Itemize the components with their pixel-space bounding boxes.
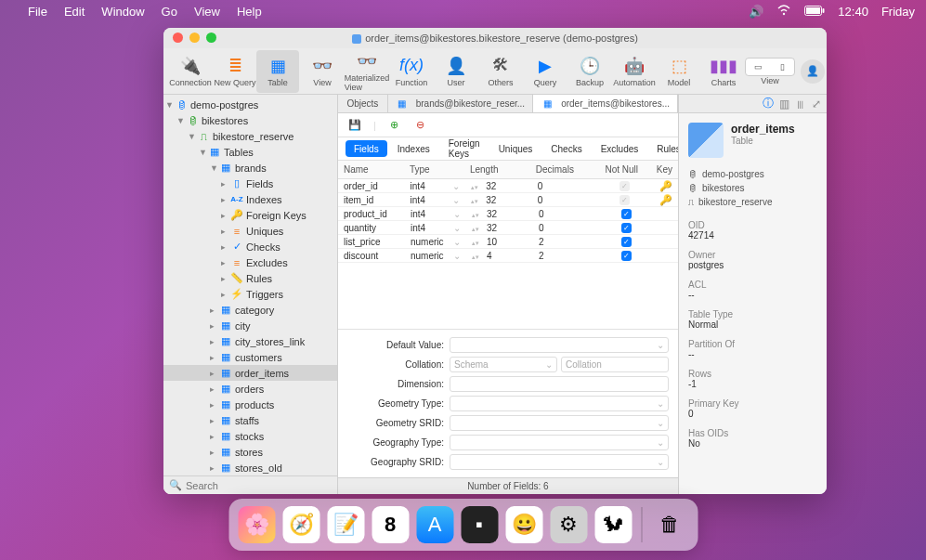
prop-collation-schema[interactable]: Schema⌄ (450, 357, 557, 372)
traffic-lights[interactable] (173, 33, 216, 43)
new-query-button[interactable]: ≣New Query (214, 50, 256, 93)
sidebar-table-customers[interactable]: ▸▦customers (163, 349, 337, 365)
tab-orderitems[interactable]: ▦order_items@bikestores... (533, 95, 678, 112)
field-row[interactable]: item_id int4⌄ ▴▾32 0 ✓ 🔑 (338, 193, 678, 207)
view-mode-toggle[interactable]: ▭ ▯ (745, 58, 795, 76)
sidebar-table-orderitems[interactable]: ▸▦order_items (163, 365, 337, 381)
sidebar-brands-foreignkeys[interactable]: ▸🔑Foreign Keys (163, 207, 337, 223)
dock-settings[interactable]: ⚙ (550, 506, 587, 543)
automation-button[interactable]: 🤖Automation (613, 50, 656, 93)
user-button[interactable]: 👤User (435, 50, 477, 93)
prop-geomtype-input[interactable]: ⌄ (450, 396, 669, 411)
inspector-link-schema[interactable]: ⎍bikestore_reserve (688, 197, 817, 207)
sidebar-brands-fields[interactable]: ▸▯Fields (163, 176, 337, 191)
sidebar-brands-indexes[interactable]: ▸A-ZIndexes (163, 191, 337, 207)
model-button[interactable]: ⬚Model (658, 50, 700, 93)
subtab-uniques[interactable]: Uniques (490, 140, 541, 157)
field-row[interactable]: quantity int4⌄ ▴▾32 0 ✓ (338, 221, 678, 235)
avatar[interactable]: 👤 (801, 59, 825, 84)
prop-dimension-input[interactable] (450, 376, 669, 392)
tab-brands[interactable]: ▦brands@bikestore_reser... (388, 95, 533, 112)
sidebar-table-stocks[interactable]: ▸▦stocks (163, 428, 337, 444)
subtab-foreignkeys[interactable]: Foreign Keys (440, 140, 489, 157)
menu-file[interactable]: File (28, 5, 47, 19)
sidebar-brands-excludes[interactable]: ▸≡Excludes (163, 254, 337, 270)
column-headers: Name Type Length Decimals Not Null Key (338, 161, 678, 179)
field-row[interactable]: product_id int4⌄ ▴▾32 0 ✓ (338, 207, 678, 221)
dock-trash[interactable]: 🗑 (651, 506, 688, 543)
subtab-indexes[interactable]: Indexes (389, 140, 438, 157)
view-detail-icon[interactable]: ▯ (770, 59, 794, 75)
inspector-link-database[interactable]: 🛢bikestores (688, 183, 817, 193)
delete-field-button[interactable]: ⊖ (413, 118, 428, 133)
sidebar-table-brands[interactable]: ▼▦brands (163, 160, 337, 176)
sidebar-table-products[interactable]: ▸▦products (163, 397, 337, 412)
dock-calendar[interactable]: 8 (372, 506, 409, 543)
matview-button[interactable]: 👓Materialized View (346, 50, 388, 93)
dock-notes[interactable]: 📝 (327, 506, 364, 543)
wifi-icon[interactable] (776, 5, 791, 19)
subtab-excludes[interactable]: Excludes (593, 140, 647, 157)
field-row[interactable]: discount numeric⌄ ▴▾4 2 ✓ (338, 249, 678, 263)
menu-view[interactable]: View (194, 5, 220, 19)
sidebar-table-category[interactable]: ▸▦category (163, 302, 337, 318)
menu-help[interactable]: Help (237, 5, 262, 19)
volume-icon[interactable]: 🔊 (749, 5, 763, 19)
dock-terminal[interactable]: ▪ (461, 506, 498, 543)
prop-collation-name[interactable]: Collation (561, 357, 669, 372)
sidebar-table-orders[interactable]: ▸▦orders (163, 381, 337, 397)
close-icon[interactable] (173, 33, 183, 43)
function-button[interactable]: f(x)Function (390, 50, 433, 93)
sidebar-connection[interactable]: ▼🛢demo-postgres (163, 97, 337, 112)
battery-icon[interactable] (804, 5, 825, 19)
dock-appstore[interactable]: А (416, 506, 453, 543)
sidebar-tables-folder[interactable]: ▼▦Tables (163, 144, 337, 160)
prop-geogtype-input[interactable]: ⌄ (450, 435, 669, 450)
charts-button[interactable]: ▮▮▮Charts (702, 50, 745, 93)
sidebar-brands-uniques[interactable]: ▸≡Uniques (163, 223, 337, 239)
query-button[interactable]: ▶Query (524, 50, 567, 93)
save-button[interactable]: 💾 (347, 118, 362, 133)
connection-button[interactable]: 🔌Connection (169, 50, 212, 93)
sidebar-schema[interactable]: ▼⎍bikestore_reserve (163, 128, 337, 144)
inspector-link-connection[interactable]: 🛢demo-postgres (688, 169, 817, 179)
zoom-icon[interactable] (206, 33, 216, 43)
inspector-info-icon[interactable]: ⓘ (763, 96, 774, 111)
dock-navicat[interactable]: 🐿 (594, 506, 632, 543)
prop-geogsrid-input[interactable]: ⌄ (450, 454, 669, 470)
sidebar-table-city[interactable]: ▸▦city (163, 318, 337, 333)
view-button[interactable]: 👓View (301, 50, 344, 93)
search-input[interactable] (182, 480, 332, 491)
menu-edit[interactable]: Edit (64, 5, 85, 19)
backup-button[interactable]: 🕒Backup (568, 50, 611, 93)
sidebar-table-staffs[interactable]: ▸▦staffs (163, 412, 337, 428)
subtab-checks[interactable]: Checks (542, 140, 590, 157)
tab-objects[interactable]: Objects (338, 95, 388, 112)
dock-photos[interactable]: 🌸 (238, 506, 275, 543)
inspector-expand-icon[interactable]: ⤢ (812, 98, 821, 111)
dock-safari[interactable]: 🧭 (282, 506, 320, 543)
table-button[interactable]: ▦Table (256, 50, 299, 93)
sidebar-brands-rules[interactable]: ▸📏Rules (163, 270, 337, 286)
inspector-ddl-icon[interactable]: ▥ (779, 98, 789, 111)
inspector-split-icon[interactable]: ⫼ (795, 98, 806, 111)
view-list-icon[interactable]: ▭ (746, 59, 770, 75)
sidebar-database[interactable]: ▼🛢bikestores (163, 112, 337, 128)
others-button[interactable]: 🛠Others (479, 50, 522, 93)
prop-geomsrid-input[interactable]: ⌄ (450, 415, 669, 431)
subtab-fields[interactable]: Fields (346, 140, 387, 157)
menu-go[interactable]: Go (162, 5, 177, 19)
field-row[interactable]: list_price numeric⌄ ▴▾10 2 ✓ (338, 235, 678, 249)
sidebar-table-storesold[interactable]: ▸▦stores_old (163, 460, 337, 475)
add-field-button[interactable]: ⊕ (387, 118, 402, 133)
inspector: ⓘ ▥ ⫼ ⤢ order_items Table 🛢demo-postgres… (678, 95, 827, 494)
dock-finder[interactable]: 😀 (505, 506, 542, 543)
prop-default-input[interactable]: ⌄ (450, 337, 669, 353)
sidebar-table-citystoreslink[interactable]: ▸▦city_stores_link (163, 333, 337, 349)
minimize-icon[interactable] (189, 33, 200, 43)
sidebar-brands-triggers[interactable]: ▸⚡Triggers (163, 286, 337, 302)
field-row[interactable]: order_id int4⌄ ▴▾32 0 ✓ 🔑 (338, 179, 678, 193)
sidebar-brands-checks[interactable]: ▸✓Checks (163, 239, 337, 254)
sidebar-table-stores[interactable]: ▸▦stores (163, 444, 337, 460)
menu-window[interactable]: Window (101, 5, 144, 19)
